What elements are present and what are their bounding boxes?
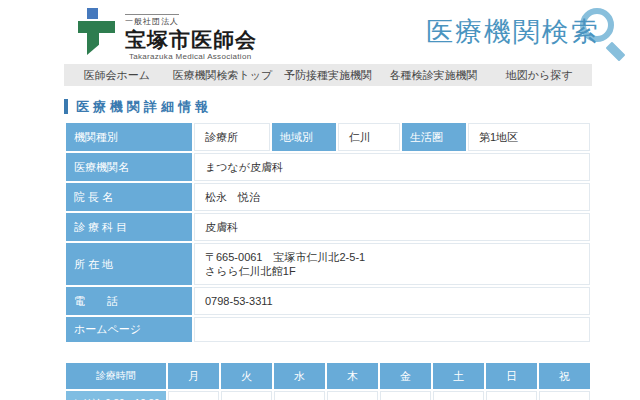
nav-item-association-home[interactable]: 医師会ホーム	[64, 64, 170, 86]
day-thu: 木	[327, 363, 378, 389]
value-departments: 皮膚科	[194, 213, 590, 241]
nav-item-map-search[interactable]: 地図から探す	[486, 64, 592, 86]
schedule-cell: ○	[274, 391, 325, 400]
day-holiday: 祝	[539, 363, 590, 389]
label-region: 地域別	[272, 123, 336, 151]
label-phone: 電 話	[66, 287, 192, 315]
value-homepage	[194, 317, 590, 342]
schedule-header-row: 診療時間 月 火 水 木 金 土 日 祝	[66, 363, 590, 389]
value-living-area: 第1地区	[468, 123, 590, 151]
label-departments: 診 療 科 目	[66, 213, 192, 241]
label-institution-name: 医療機関名	[66, 153, 192, 181]
logo-blue-square	[87, 8, 98, 19]
schedule-cell: −	[539, 391, 590, 400]
logo-green-stem	[87, 21, 99, 55]
schedule-cell: ○	[433, 391, 484, 400]
logo-text: 一般社団法人 宝塚市医師会 Takarazuka Medical Associa…	[125, 8, 257, 61]
label-address: 所 在 地	[66, 243, 192, 285]
day-fri: 金	[380, 363, 431, 389]
day-sun: 日	[486, 363, 537, 389]
label-living-area: 生活圏	[402, 123, 466, 151]
day-sat: 土	[433, 363, 484, 389]
value-institution-type: 診療所	[194, 123, 270, 151]
schedule-corner-label: 診療時間	[66, 363, 166, 389]
org-name: 宝塚市医師会	[125, 28, 257, 52]
page-title: 医療機関詳細情報	[64, 99, 592, 114]
schedule-cell: ○	[168, 391, 219, 400]
table-row: 医療機関名 まつなが皮膚科	[66, 153, 590, 181]
table-row: ホームページ	[66, 317, 590, 342]
nav-item-checkup[interactable]: 各種検診実施機関	[381, 64, 487, 86]
morning-hours-label: 午前診 9:30～12:30	[66, 391, 166, 400]
consultation-schedule-table: 診療時間 月 火 水 木 金 土 日 祝 午前診 9:30～12:30 ○ ○ …	[64, 361, 592, 400]
medical-association-logo-icon	[78, 8, 118, 56]
label-director-name: 院 長 名	[66, 183, 192, 211]
schedule-cell: ○	[221, 391, 272, 400]
main-nav: 医師会ホーム 医療機関検索トップ 予防接種実施機関 各種検診実施機関 地図から探…	[64, 64, 592, 86]
schedule-cell: ○	[380, 391, 431, 400]
schedule-row-morning: 午前診 9:30～12:30 ○ ○ ○ − ○ ○ − −	[66, 391, 590, 400]
label-institution-type: 機関種別	[66, 123, 192, 151]
nav-item-search-top[interactable]: 医療機関検索トップ	[170, 64, 276, 86]
label-homepage: ホームページ	[66, 317, 192, 342]
service-title: 医療機関検索	[426, 12, 600, 56]
day-mon: 月	[168, 363, 219, 389]
table-row: 診 療 科 目 皮膚科	[66, 213, 590, 241]
org-type-label: 一般社団法人	[125, 14, 179, 27]
schedule-cell: −	[486, 391, 537, 400]
schedule-cell: −	[327, 391, 378, 400]
day-tue: 火	[221, 363, 272, 389]
institution-detail-table: 機関種別 診療所 地域別 仁川 生活圏 第1地区 医療機関名 まつなが皮膚科 院…	[64, 121, 592, 344]
service-title-text: 医療機関検索	[426, 12, 600, 52]
value-address: 〒665-0061 宝塚市仁川北2-5-1 さらら仁川北館1F	[194, 243, 590, 285]
value-institution-name: まつなが皮膚科	[194, 153, 590, 181]
table-row: 所 在 地 〒665-0061 宝塚市仁川北2-5-1 さらら仁川北館1F	[66, 243, 590, 285]
table-row: 機関種別 診療所 地域別 仁川 生活圏 第1地区	[66, 123, 590, 151]
value-region: 仁川	[338, 123, 400, 151]
table-row: 電 話 0798-53-3311	[66, 287, 590, 315]
nav-item-vaccination[interactable]: 予防接種実施機関	[275, 64, 381, 86]
site-logo[interactable]: 一般社団法人 宝塚市医師会 Takarazuka Medical Associa…	[78, 8, 257, 61]
value-phone: 0798-53-3311	[194, 287, 590, 315]
value-director-name: 松永 悦治	[194, 183, 590, 211]
magnifier-handle-icon	[606, 42, 626, 62]
site-header: 一般社団法人 宝塚市医師会 Takarazuka Medical Associa…	[0, 0, 640, 64]
day-wed: 水	[274, 363, 325, 389]
table-row: 院 長 名 松永 悦治	[66, 183, 590, 211]
org-name-en: Takarazuka Medical Association	[125, 52, 257, 61]
